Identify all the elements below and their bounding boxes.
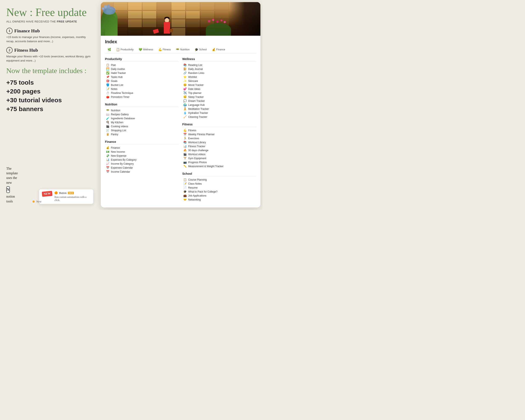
tab-finance[interactable]: 💰 Finance: [209, 47, 228, 52]
nutrition-header: Nutrition: [105, 102, 179, 107]
tooltip-button-label: Button: [59, 191, 66, 195]
tab-wellness[interactable]: 💚 Wellness: [136, 47, 156, 52]
tooltip-new-badge: NEW: [42, 191, 53, 197]
school-item-resume[interactable]: 📄 Resume: [182, 186, 256, 190]
school-item-networking[interactable]: 🤝 Networking: [182, 198, 256, 202]
wellness-item-trip[interactable]: ✈️ Trip planner: [182, 91, 256, 95]
main-title: New : Free update: [6, 6, 87, 18]
tab-productivity[interactable]: 📋 Productivity: [114, 47, 136, 52]
index-columns: Productivity 📋 Plan 🌅 Daily routine ✅ Ha…: [105, 56, 256, 205]
nutrition-item-nutrition[interactable]: 🥗 Nutrition: [105, 108, 179, 112]
fitness-item-photos[interactable]: 📷 Progress Photos: [182, 160, 256, 164]
finance-item-income-cat[interactable]: 📈 Income By Category: [105, 162, 179, 166]
nutrition-item-kitchen[interactable]: 🍳 My Kitchen: [105, 120, 179, 124]
nutrition-item-ingredients[interactable]: 🧪 Ingredients Database: [105, 116, 179, 120]
wellness-section: Wellness 📚 Reading List 📔 Daily Journal …: [182, 56, 256, 119]
tab-school[interactable]: 🎓 School: [192, 47, 209, 52]
productivity-item-bucket[interactable]: 🪣 Bucket List: [105, 83, 179, 87]
wellness-item-journal[interactable]: 📔 Daily Journal: [182, 67, 256, 71]
right-column: Wellness 📚 Reading List 📔 Daily Journal …: [182, 56, 256, 205]
stat-banners: +75 banners: [6, 105, 92, 113]
productivity-item-notes[interactable]: 📝 Notes: [105, 87, 179, 91]
feature-desc-1: +15 tools to manage your finances (incom…: [6, 35, 92, 44]
stat-videos: +30 tutorial videos: [6, 96, 92, 105]
wellness-item-dream[interactable]: 💭 Dream Tracker: [182, 99, 256, 103]
school-item-course[interactable]: 📋 Course Planning: [182, 178, 256, 182]
tooltip-button-new: NEW: [68, 192, 74, 194]
button-tooltip: NEW 🟠 Button NEW Run custom automations …: [39, 189, 94, 204]
fitness-item-weekly[interactable]: 📅 Weekly Fitness Planner: [182, 132, 256, 136]
fitness-item-fitness[interactable]: 💪 Fitness: [182, 128, 256, 132]
notion-icon: N: [6, 186, 10, 193]
tooltip-description: Run custom automations with a click.: [54, 196, 90, 202]
wellness-item-language[interactable]: 🌍 Language Hub: [182, 103, 256, 107]
wellness-item-hydration[interactable]: 💧 Hydration Tracker: [182, 111, 256, 115]
productivity-item-goals[interactable]: 🎯 Goals: [105, 79, 179, 83]
wellness-item-skincare[interactable]: ✨ Skincare: [182, 79, 256, 83]
productivity-item-tasks[interactable]: 📌 Tasks Hub: [105, 75, 179, 79]
new-dot-section: New: [33, 200, 42, 203]
tab-home-icon: 🌿: [108, 48, 111, 51]
productivity-item-daily[interactable]: 🌅 Daily routine: [105, 67, 179, 71]
stat-pages: +200 pages: [6, 87, 92, 96]
wellness-item-sleep[interactable]: 😴 Sleep Tracker: [182, 95, 256, 99]
left-column: Productivity 📋 Plan 🌅 Daily routine ✅ Ha…: [105, 56, 179, 205]
finance-header: Finance: [105, 139, 179, 144]
finance-item-expenses-cal[interactable]: 📅 Expenses Calendar: [105, 166, 179, 170]
nutrition-item-shopping[interactable]: 🛒 Shopping List: [105, 128, 179, 132]
finance-item-expense[interactable]: 💸 New Expense: [105, 154, 179, 158]
feature-desc-2: Manage your fitness with +10 tools (exer…: [6, 54, 92, 63]
productivity-item-habit[interactable]: ✅ Habit Tracker: [105, 71, 179, 75]
nutrition-section: Nutrition 🥗 Nutrition 📖 Recipes Gallery …: [105, 102, 179, 136]
wellness-item-reading[interactable]: 📚 Reading List: [182, 63, 256, 67]
nutrition-item-pantry[interactable]: 🥫 Pantry: [105, 132, 179, 136]
notion-content: Index 🌿 📋 Productivity 💚 Wellness 💪 Fitn…: [101, 36, 260, 207]
wellness-item-cleaning[interactable]: 🧹 Cleaning Tracker: [182, 115, 256, 119]
finance-item-income[interactable]: 💵 New Income: [105, 150, 179, 154]
productivity-item-plan[interactable]: 📋 Plan: [105, 63, 179, 67]
tab-nutrition[interactable]: 🥗 Nutrition: [173, 47, 192, 52]
fitness-item-workout-lib[interactable]: 📚 Workout Library: [182, 140, 256, 144]
notion-banner: [101, 2, 260, 36]
new-dot-icon: [33, 201, 35, 203]
nutrition-item-recipes[interactable]: 📖 Recipes Gallery: [105, 112, 179, 116]
wellness-item-links[interactable]: 🔗 Random Links: [182, 71, 256, 75]
fitness-section: Fitness 💪 Fitness 📅 Weekly Fitness Plann…: [182, 122, 256, 168]
feature-item-2: 2 Fitness Hub Manage your fitness with +…: [6, 47, 92, 63]
fitness-item-30days[interactable]: 🔥 30 days challenge: [182, 148, 256, 152]
wellness-item-mood[interactable]: 😊 Mood Tracker: [182, 83, 256, 87]
fitness-item-exercices[interactable]: 🏃 Exercices: [182, 136, 256, 140]
wellness-item-meditation[interactable]: 🧘 Meditation Tracker: [182, 107, 256, 111]
nutrition-item-cooking[interactable]: 🎬 Cooking videos: [105, 124, 179, 128]
school-header: School: [182, 171, 256, 176]
finance-item-finance[interactable]: 💰 Finance: [105, 146, 179, 150]
productivity-item-flowtime[interactable]: ⏱️ Flowtime Technique: [105, 91, 179, 95]
feature-item-1: 1 Finance Hub +15 tools to manage your f…: [6, 28, 92, 44]
fitness-item-tracker[interactable]: 📊 Fitness Tracker: [182, 144, 256, 148]
feature-title-2: Fitness Hub: [14, 47, 38, 53]
finance-item-income-cal[interactable]: 📅 Income Calendar: [105, 170, 179, 174]
school-item-college[interactable]: 🎓 What to Pack for College?: [182, 190, 256, 194]
left-panel: New : Free update ALL OWNERS HAVE RECEIV…: [0, 0, 99, 210]
productivity-item-pomodoro[interactable]: 🍅 Pomodoro Timer: [105, 95, 179, 99]
feature-number-1: 1: [6, 28, 13, 34]
notion-tabs[interactable]: 🌿 📋 Productivity 💚 Wellness 💪 Fitness 🥗 …: [105, 47, 256, 54]
page-title: Index: [105, 39, 256, 45]
fitness-item-gym[interactable]: 🏋️ Gym Equipment: [182, 156, 256, 160]
school-item-notes[interactable]: 📝 Class Notes: [182, 182, 256, 186]
school-item-jobs[interactable]: 💼 Job Applications: [182, 194, 256, 198]
tab-home[interactable]: 🌿: [105, 47, 114, 52]
wellness-header: Wellness: [182, 56, 256, 62]
fitness-item-videos[interactable]: 🎬 Workout videos: [182, 152, 256, 156]
productivity-section: Productivity 📋 Plan 🌅 Daily routine ✅ Ha…: [105, 56, 179, 99]
finance-item-expenses-cat[interactable]: 📊 Expenses By Category: [105, 158, 179, 162]
notion-interface: Index 🌿 📋 Productivity 💚 Wellness 💪 Fitn…: [101, 2, 260, 207]
finance-section: Finance 💰 Finance 💵 New Income 💸 New Exp…: [105, 139, 179, 174]
wellness-item-date[interactable]: 💕 Date Ideas: [182, 87, 256, 91]
feature-title-1: Finance Hub: [14, 28, 40, 34]
wellness-item-wishlist[interactable]: ⭐ Wishlist: [182, 75, 256, 79]
tab-fitness[interactable]: 💪 Fitness: [156, 47, 173, 52]
fitness-header: Fitness: [182, 122, 256, 127]
fitness-item-measurement[interactable]: 📏 Measurement & Weight Tracker: [182, 164, 256, 168]
productivity-header: Productivity: [105, 56, 179, 62]
